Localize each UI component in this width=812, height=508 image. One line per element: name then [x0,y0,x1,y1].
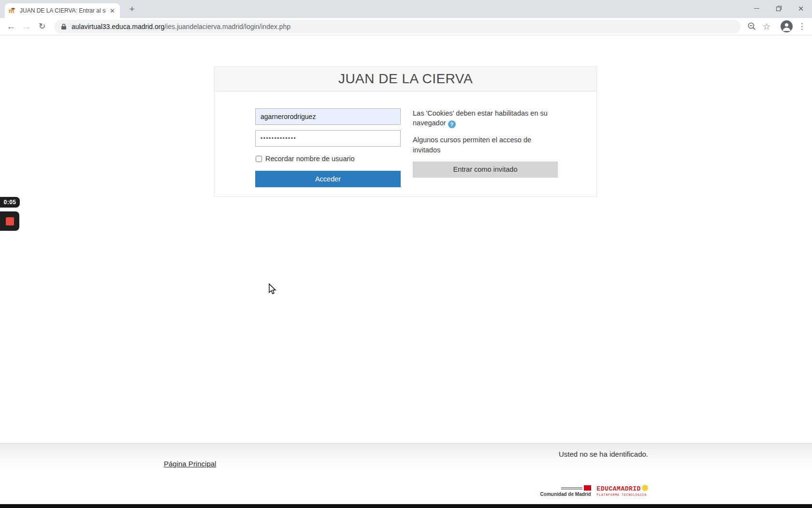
login-panel-header: JUAN DE LA CIERVA [215,67,596,91]
window-restore-button[interactable] [768,0,790,16]
browser-window: m JUAN DE LA CIERVA: Entrar al siti ✕ + … [0,0,812,508]
tab-title: JUAN DE LA CIERVA: Entrar al siti [20,7,106,14]
moodle-favicon-icon: m [9,7,16,15]
login-aside: Las 'Cookies' deben estar habilitadas en… [413,108,559,187]
password-input[interactable] [255,130,401,147]
minimize-icon [754,8,759,9]
remember-username-label[interactable]: Recordar nombre de usuario [265,155,355,163]
window-minimize-button[interactable] [745,0,768,16]
login-form: Recordar nombre de usuario Acceder [255,108,401,187]
forward-button: → [19,18,34,35]
username-input[interactable] [255,108,401,125]
zoom-out-icon [747,22,756,31]
guest-login-button[interactable]: Entrar como invitado [413,162,558,178]
page-footer: Usted no se ha identificado. Página Prin… [0,443,812,504]
address-bar[interactable]: aulavirtual33.educa.madrid.org/ies.juand… [54,20,740,33]
browser-menu-button[interactable]: ⋮ [796,18,808,35]
cam-logo-top [540,485,591,491]
bookmark-button[interactable]: ☆ [760,18,773,35]
login-panel: JUAN DE LA CIERVA Recordar nombre de usu… [214,66,597,197]
remember-username-checkbox[interactable] [256,156,262,162]
madrid-flag-icon [584,485,591,491]
educamadrid-logo: EDUCAMADRID PLATAFORMA TECNOLÓGICA [597,485,647,497]
recording-stop-button[interactable] [0,211,19,231]
page-content: JUAN DE LA CIERVA Recordar nombre de usu… [0,35,812,443]
url-domain: aulavirtual33.educa.madrid.org [72,23,164,30]
home-page-link[interactable]: Página Principal [164,460,216,468]
login-button[interactable]: Acceder [255,171,401,187]
cookies-notice-text: Las 'Cookies' deben estar habilitadas en… [413,109,548,127]
url-text: aulavirtual33.educa.madrid.org/ies.juand… [72,23,290,30]
close-icon: ✕ [798,5,804,12]
educamadrid-subtitle: PLATAFORMA TECNOLÓGICA [597,493,647,497]
cam-logo-smallprint [561,487,582,490]
stop-icon [6,217,14,225]
login-panel-body: Recordar nombre de usuario Acceder Las '… [215,91,596,187]
back-button[interactable]: ← [4,18,18,35]
window-controls: ✕ [745,0,812,16]
zoom-indicator-button[interactable] [745,18,758,35]
help-icon[interactable]: ? [448,120,456,128]
browser-toolbar: ← → ↻ aulavirtual33.educa.madrid.org/ies… [0,18,812,35]
tab-close-icon[interactable]: ✕ [109,7,116,15]
login-status-text: Usted no se ha identificado. [559,450,648,458]
screen-bottom-edge [0,504,812,508]
padlock-icon[interactable] [61,23,67,30]
new-tab-button[interactable]: + [126,3,138,15]
comunidad-de-madrid-logo: Comunidad de Madrid [540,485,591,497]
active-tab[interactable]: m JUAN DE LA CIERVA: Entrar al siti ✕ [5,3,120,18]
recording-timer: 0:05 [0,197,20,208]
reload-button[interactable]: ↻ [35,18,49,35]
profile-button[interactable] [778,18,795,35]
educamadrid-name: EDUCAMADRID [597,485,647,493]
window-close-button[interactable]: ✕ [790,0,812,16]
guest-notice: Algunos cursos permiten el acceso de inv… [413,135,559,155]
cam-logo-name: Comunidad de Madrid [540,492,591,497]
remember-username-row: Recordar nombre de usuario [255,155,401,163]
url-path: /ies.juandelacierva.madrid/login/index.p… [164,23,290,30]
cookies-notice: Las 'Cookies' deben estar habilitadas en… [413,108,559,128]
tab-strip: m JUAN DE LA CIERVA: Entrar al siti ✕ + … [0,0,812,18]
footer-logos: Comunidad de Madrid EDUCAMADRID PLATAFOR… [540,485,647,497]
restore-icon [776,5,782,12]
avatar-icon [781,20,793,32]
page-title: JUAN DE LA CIERVA [338,71,473,87]
